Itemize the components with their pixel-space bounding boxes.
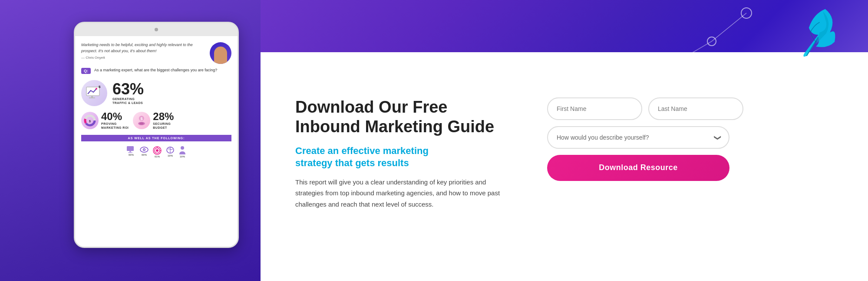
svg-rect-4 — [89, 97, 95, 98]
tablet-quote: Marketing needs to be helpful, exciting … — [81, 42, 206, 54]
svg-point-18 — [144, 149, 145, 151]
tablet-mockup: Marketing needs to be helpful, exciting … — [74, 22, 239, 248]
last-name-input[interactable] — [648, 97, 743, 120]
describe-yourself-select[interactable]: How would you describe yourself? Busines… — [547, 126, 729, 149]
tablet-banner: AS WELL AS THE FOLLOWING: — [81, 135, 231, 141]
svg-line-29 — [712, 13, 746, 41]
first-name-input[interactable] — [547, 97, 642, 120]
tablet-icon-monitor: 00% — [126, 146, 136, 158]
content-area: Download Our Free Inbound Marketing Guid… — [295, 97, 833, 210]
svg-rect-3 — [91, 96, 93, 97]
tablet-icon-eye: 00% — [139, 146, 149, 158]
subtitle: Create an effective marketing strategy t… — [295, 145, 512, 170]
stat-40-label: PROVINGMARKETING ROI — [101, 122, 129, 130]
svg-point-26 — [181, 146, 184, 150]
q-badge: Q: — [81, 68, 91, 74]
stat-40: $ 40% PROVINGMARKETING ROI — [81, 111, 129, 130]
svg-rect-15 — [128, 152, 132, 153]
stat-63-icon: $ — [81, 80, 107, 106]
svg-text:$: $ — [141, 117, 143, 121]
stat-28-number: 28% — [153, 111, 174, 122]
svg-text:$: $ — [89, 120, 91, 123]
svg-point-1 — [96, 88, 97, 90]
stat-40-info: 40% PROVINGMARKETING ROI — [101, 111, 129, 130]
tablet-author: — Chris Onyett — [81, 56, 206, 60]
tablet-icon-brain: 10% — [165, 146, 175, 158]
feather-icon — [790, 4, 842, 65]
subtitle-line1: Create an effective marketing — [295, 145, 429, 156]
left-section: Marketing needs to be helpful, exciting … — [0, 0, 261, 281]
page-wrapper: Marketing needs to be helpful, exciting … — [0, 0, 868, 281]
stat-40-icon: $ — [81, 112, 99, 129]
tablet-top-bar — [75, 23, 238, 36]
stat-28-info: 28% SECURINGBUDGET — [153, 111, 174, 130]
svg-text:$: $ — [99, 85, 101, 89]
stat-40-number: 40% — [101, 111, 129, 122]
stat-28-label: SECURINGBUDGET — [153, 122, 174, 130]
stat-28: $ 28% SECURINGBUDGET — [133, 111, 174, 130]
right-section: Download Our Free Inbound Marketing Guid… — [261, 0, 868, 281]
subtitle-line2: strategy that gets results — [295, 157, 409, 168]
form-column: How would you describe yourself? Busines… — [547, 97, 729, 181]
stat-63-number: 63% — [112, 81, 144, 97]
tablet-content: Marketing needs to be helpful, exciting … — [75, 36, 238, 247]
download-resource-button[interactable]: Download Resource — [547, 155, 729, 181]
tablet-icons-row: 00% 00% — [81, 146, 231, 158]
q-text: As a marketing expert, what are the bigg… — [94, 67, 217, 73]
text-column: Download Our Free Inbound Marketing Guid… — [295, 97, 512, 210]
main-title: Download Our Free Inbound Marketing Guid… — [295, 97, 512, 137]
description: This report will give you a clear unders… — [295, 177, 512, 210]
svg-line-30 — [686, 41, 712, 57]
stat-28-icon: $ — [133, 112, 150, 129]
name-row — [547, 97, 729, 120]
svg-rect-14 — [129, 151, 131, 152]
stat-63-info: 63% GENERATINGTRAFFIC & LEADS — [112, 81, 144, 105]
svg-rect-13 — [127, 146, 134, 151]
svg-rect-0 — [86, 87, 99, 96]
tablet-icon-person: 10% — [178, 146, 186, 158]
tablet-question: Q: As a marketing expert, what are the b… — [81, 67, 231, 74]
svg-point-12 — [139, 123, 144, 125]
dropdown-wrapper: How would you describe yourself? Busines… — [547, 126, 729, 149]
tablet-camera — [155, 28, 158, 31]
stat-63: $ 63% GENERATINGTRAFFIC & LEADS — [81, 80, 231, 106]
tablet-icon-target: 01% — [152, 146, 162, 158]
svg-point-21 — [156, 149, 158, 152]
stats-row: $ 40% PROVINGMARKETING ROI — [81, 111, 231, 130]
stat-63-label: GENERATINGTRAFFIC & LEADS — [112, 97, 144, 105]
deco-lines — [660, 0, 781, 61]
